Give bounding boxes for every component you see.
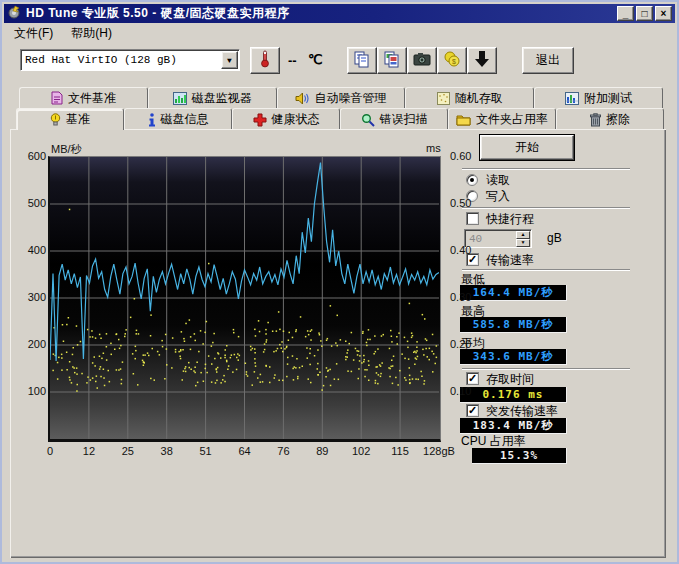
y-axis-tick-right: 0.50 (450, 197, 480, 209)
minimize-button[interactable]: _ (617, 6, 634, 21)
extra-tests-icon (565, 92, 579, 105)
x-axis-tick: 76 (261, 445, 305, 457)
drive-select[interactable]: Red Hat VirtIO (128 gB) ▼ (20, 49, 240, 71)
y-axis-tick-right: 0.60 (450, 150, 480, 162)
y-axis-tick-left: 100 (19, 385, 46, 397)
exit-button[interactable]: 退出 (522, 47, 574, 74)
save-results-button[interactable] (467, 47, 497, 74)
y-axis-tick-left: 200 (19, 338, 46, 350)
cpu-usage-value: 15.3% (472, 448, 567, 464)
x-axis-tick: 102 (339, 445, 383, 457)
tab-erase[interactable]: 擦除 (556, 108, 664, 130)
read-radio[interactable] (466, 174, 478, 186)
tab-disk-monitor[interactable]: 磁盘监视器 (148, 87, 277, 108)
y-axis-tick-left: 400 (19, 244, 46, 256)
disk-monitor-icon (173, 92, 187, 105)
x-axis-tick: 89 (300, 445, 344, 457)
x-axis-tick: 128gB (417, 445, 461, 457)
copy-text-button[interactable] (347, 47, 377, 74)
close-button[interactable]: × (655, 6, 672, 21)
random-access-icon (437, 92, 450, 105)
tab-label: 附加测试 (584, 90, 632, 107)
error-scan-icon (361, 113, 375, 127)
tab-error-scan[interactable]: 错误扫描 (340, 108, 448, 130)
stepper-up-icon[interactable]: ▲ (516, 231, 530, 239)
benchmark-icon (50, 113, 61, 127)
maximum-value: 585.8 MB/秒 (460, 317, 567, 333)
screenshot-button[interactable] (407, 47, 437, 74)
y-axis-tick-right: 0.10 (450, 385, 480, 397)
short-stroke-value: 40 (469, 233, 482, 245)
short-stroke-label[interactable]: 快捷行程 (486, 211, 534, 228)
title-bar[interactable]: HD Tune 专业版 5.50 - 硬盘/固态硬盘实用程序 _ □ × (4, 4, 675, 23)
tab-random-access[interactable]: 随机存取 (405, 87, 534, 108)
short-stroke-checkbox[interactable] (466, 212, 479, 225)
temperature-value: -- (288, 53, 297, 68)
y-axis-tick-left: 500 (19, 197, 46, 209)
tab-label: 基准 (66, 111, 90, 128)
tab-row-lower: 基准 磁盘信息 健康状态 错误扫描 文件夹占用率 擦除 (16, 108, 664, 130)
read-radio-label[interactable]: 读取 (486, 172, 510, 189)
burst-rate-value: 183.4 MB/秒 (460, 418, 567, 434)
tab-file-benchmark[interactable]: 文件基准 (19, 87, 148, 108)
start-button[interactable]: 开始 (480, 135, 574, 160)
app-window: HD Tune 专业版 5.50 - 硬盘/固态硬盘实用程序 _ □ × 文件(… (0, 0, 679, 564)
coins-icon: $ (443, 50, 461, 72)
tab-label: 文件基准 (68, 90, 116, 107)
tab-noise-management[interactable]: 自动噪音管理 (277, 87, 406, 108)
write-radio-label[interactable]: 写入 (486, 188, 510, 205)
stepper-arrows[interactable]: ▲▼ (516, 231, 530, 246)
erase-icon (590, 113, 601, 127)
tab-benchmark[interactable]: 基准 (16, 108, 124, 130)
x-axis-tick: 64 (223, 445, 267, 457)
health-icon (253, 113, 267, 127)
chart-canvas (50, 157, 439, 439)
copy-text-icon (353, 50, 371, 72)
disk-info-icon (148, 113, 156, 127)
y-axis-tick-right: 0.20 (450, 338, 480, 350)
benchmark-chart (48, 156, 441, 442)
x-axis-tick: 0 (28, 445, 72, 457)
drive-select-value: Red Hat VirtIO (128 gB) (25, 54, 177, 66)
left-axis-unit: MB/秒 (51, 142, 82, 157)
x-axis-tick: 51 (184, 445, 228, 457)
menu-file[interactable]: 文件(F) (5, 24, 62, 43)
chevron-down-icon[interactable]: ▼ (221, 51, 238, 69)
temperature-button[interactable] (250, 47, 280, 74)
tab-disk-info[interactable]: 磁盘信息 (124, 108, 232, 130)
menu-help[interactable]: 帮助(H) (62, 24, 121, 43)
right-axis-unit: ms (426, 142, 441, 154)
folder-usage-icon (456, 114, 471, 126)
donate-button[interactable]: $ (437, 47, 467, 74)
svg-text:$: $ (452, 58, 456, 65)
separator (462, 168, 630, 170)
y-axis-tick-left: 300 (19, 291, 46, 303)
tab-label: 磁盘信息 (161, 111, 209, 128)
maximize-button[interactable]: □ (636, 6, 653, 21)
burst-rate-checkbox[interactable]: ✓ (466, 404, 479, 417)
tab-label: 随机存取 (455, 90, 503, 107)
x-axis-tick: 38 (145, 445, 189, 457)
copy-image-button[interactable] (377, 47, 407, 74)
transfer-rate-label[interactable]: 传输速率 (486, 252, 534, 269)
tab-label: 磁盘监视器 (192, 90, 252, 107)
separator (462, 207, 630, 209)
noise-management-icon (295, 92, 309, 105)
tab-health[interactable]: 健康状态 (232, 108, 340, 130)
stepper-down-icon[interactable]: ▼ (516, 239, 530, 247)
menu-bar: 文件(F) 帮助(H) (5, 24, 674, 42)
separator (462, 269, 630, 271)
camera-icon (413, 52, 431, 70)
down-arrow-icon (474, 50, 490, 72)
access-time-label[interactable]: 存取时间 (486, 371, 534, 388)
tab-label: 错误扫描 (380, 111, 428, 128)
average-value: 343.6 MB/秒 (460, 349, 567, 365)
x-axis-tick: 12 (67, 445, 111, 457)
x-axis-tick: 115 (378, 445, 422, 457)
y-axis-tick-right: 0.40 (450, 244, 480, 256)
tab-folder-usage[interactable]: 文件夹占用率 (448, 108, 556, 130)
tab-label: 擦除 (606, 111, 630, 128)
window-title: HD Tune 专业版 5.50 - 硬盘/固态硬盘实用程序 (26, 5, 289, 22)
access-time-checkbox[interactable]: ✓ (466, 372, 479, 385)
tab-extra-tests[interactable]: 附加测试 (534, 87, 663, 108)
